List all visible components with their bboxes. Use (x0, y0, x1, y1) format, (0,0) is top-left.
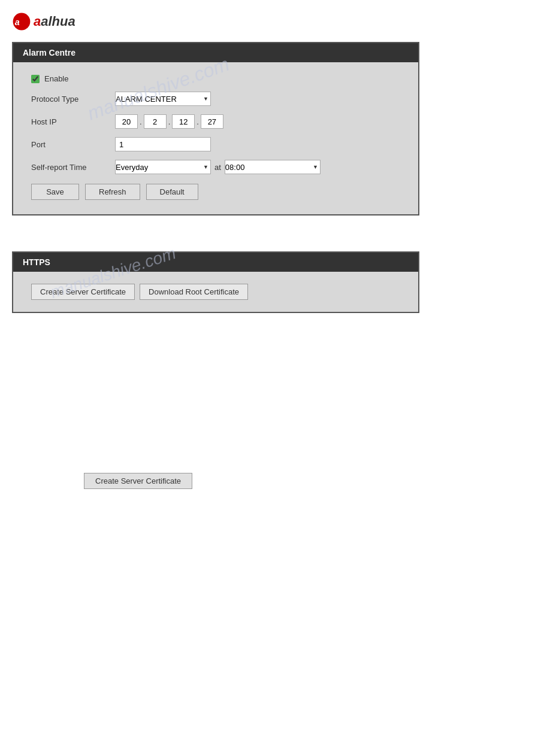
host-ip-octet1[interactable] (115, 114, 138, 129)
host-ip-label: Host IP (31, 117, 115, 126)
enable-label: Enable (44, 74, 68, 83)
protocol-type-label: Protocol Type (31, 95, 115, 104)
port-input[interactable] (115, 137, 211, 151)
protocol-type-select[interactable]: ALARM CENTER (115, 92, 211, 106)
ip-dot-1: . (140, 117, 142, 126)
alarm-centre-section: Alarm Centre Enable Protocol Type ALARM … (12, 42, 523, 221)
enable-checkbox[interactable] (31, 75, 40, 83)
protocol-type-row: Protocol Type ALARM CENTER (31, 92, 400, 106)
alarm-centre-body: Enable Protocol Type ALARM CENTER Host I… (13, 62, 418, 214)
alarm-centre-panel: Alarm Centre Enable Protocol Type ALARM … (12, 42, 419, 215)
cert-buttons: Create Server Certificate Download Root … (31, 284, 400, 300)
protocol-type-select-wrapper: ALARM CENTER (115, 92, 211, 106)
action-buttons: Save Refresh Default (31, 184, 400, 200)
self-report-select-wrapper: Everyday (115, 160, 211, 174)
host-ip-octet4[interactable] (201, 114, 223, 129)
logo-text: aalhua (34, 14, 75, 29)
logo-a: a (34, 14, 41, 29)
host-ip-fields: . . . (115, 114, 223, 129)
create-server-cert-button[interactable]: Create Server Certificate (31, 284, 135, 300)
self-report-select[interactable]: Everyday (115, 160, 211, 174)
standalone-cert-area: Create Server Certificate (12, 473, 523, 489)
enable-row: Enable (31, 74, 400, 83)
host-ip-row: Host IP . . . (31, 114, 400, 129)
refresh-button[interactable]: Refresh (85, 184, 140, 200)
https-body: Create Server Certificate Download Root … (13, 272, 418, 312)
ip-dot-2: . (168, 117, 171, 126)
self-report-label: Self-report Time (31, 163, 115, 172)
host-ip-octet2[interactable] (144, 114, 167, 129)
download-root-cert-button[interactable]: Download Root Certificate (140, 284, 248, 300)
https-title: HTTPS (23, 257, 50, 267)
alarm-centre-header: Alarm Centre (13, 43, 418, 62)
ip-dot-3: . (197, 117, 199, 126)
save-button[interactable]: Save (31, 184, 79, 200)
default-button[interactable]: Default (146, 184, 198, 200)
port-row: Port (31, 137, 400, 151)
self-report-time-wrapper: 08:00 (225, 160, 321, 174)
standalone-create-cert-button[interactable]: Create Server Certificate (84, 473, 192, 489)
logo-area: a aalhua (12, 12, 523, 31)
https-section: HTTPS Create Server Certificate Download… (12, 251, 523, 431)
logo-icon: a (12, 12, 31, 31)
at-label: at (214, 163, 221, 172)
host-ip-octet3[interactable] (172, 114, 195, 129)
svg-text:a: a (15, 17, 20, 27)
self-report-time-select[interactable]: 08:00 (225, 160, 321, 174)
https-panel: HTTPS Create Server Certificate Download… (12, 251, 419, 313)
https-header: HTTPS (13, 253, 418, 272)
alarm-centre-title: Alarm Centre (23, 48, 75, 57)
port-label: Port (31, 140, 115, 149)
self-report-row: Self-report Time Everyday at 08:00 (31, 160, 400, 174)
